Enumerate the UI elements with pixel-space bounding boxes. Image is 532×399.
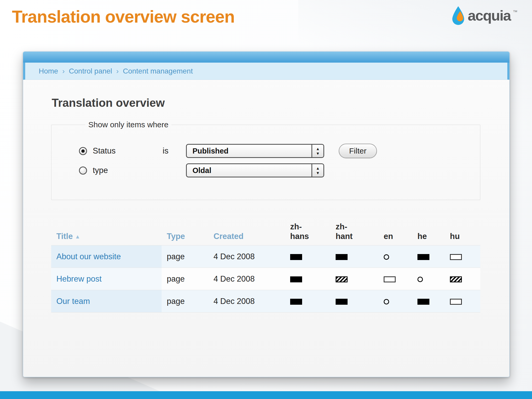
window-titlebar (23, 52, 509, 63)
translation-status-icon (417, 277, 423, 282)
droplet-icon (451, 6, 466, 25)
row-title-cell: Hebrew post (51, 268, 162, 290)
translation-status-cell (330, 290, 378, 312)
translation-status-icon (384, 276, 396, 282)
filter-button[interactable]: Filter (339, 144, 377, 158)
status-radio-wrap: Status (79, 146, 163, 156)
table-row: Hebrew post page 4 Dec 2008 (51, 268, 480, 290)
column-header-created[interactable]: Created (208, 222, 285, 245)
translation-table: Title Type Created zh-hans zh-hant en he… (51, 222, 480, 312)
translation-status-cell (285, 290, 330, 312)
translation-status-icon (290, 254, 302, 260)
table-header-row: Title Type Created zh-hans zh-hant en he… (51, 222, 480, 245)
row-title-cell: Our team (51, 290, 162, 312)
row-type: page (162, 268, 208, 290)
language-header-label: zh-hant (336, 222, 357, 241)
type-radio-label: type (93, 166, 108, 175)
row-title-link[interactable]: Our team (56, 297, 90, 306)
status-radio-label: Status (93, 146, 116, 156)
select-stepper-icon (311, 164, 323, 177)
translation-status-icon (450, 254, 462, 260)
column-header-title-label: Title (56, 232, 73, 241)
arrow-up-icon (316, 147, 320, 151)
slide: Translation overview screen acquia ™ Hom… (0, 0, 532, 399)
translation-status-cell (378, 290, 412, 312)
status-select-value: Published (192, 147, 229, 155)
page-title: Translation overview (23, 80, 509, 109)
row-created: 4 Dec 2008 (208, 290, 285, 312)
translation-status-icon (290, 276, 302, 282)
filter-legend: Show only items where (85, 120, 171, 129)
select-stepper-icon (311, 145, 323, 157)
filter-fieldset: Show only items where Status is Publishe… (51, 120, 480, 200)
column-header-title[interactable]: Title (51, 222, 162, 245)
acquia-logo: acquia ™ (451, 6, 517, 25)
language-column-header-he: he (412, 222, 445, 245)
arrow-up-icon (316, 166, 320, 170)
row-title-cell: About our website (51, 245, 162, 268)
row-created: 4 Dec 2008 (208, 245, 285, 268)
arrow-down-icon (316, 170, 320, 175)
language-column-header-en: en (378, 222, 412, 245)
translation-status-cell (445, 268, 480, 290)
translation-status-cell (412, 245, 445, 268)
row-title-link[interactable]: About our website (56, 252, 121, 261)
translation-status-icon (336, 254, 348, 260)
app-window: Home › Control panel › Content managemen… (23, 51, 510, 377)
status-select[interactable]: Published (186, 144, 324, 158)
translation-status-cell (412, 290, 445, 312)
breadcrumb-link-content-management[interactable]: Content management (123, 67, 193, 75)
row-title-link[interactable]: Hebrew post (56, 274, 102, 283)
row-type: page (162, 290, 208, 312)
table-row: Our team page 4 Dec 2008 (51, 290, 480, 312)
translation-status-icon (336, 299, 348, 305)
row-created: 4 Dec 2008 (208, 268, 285, 290)
translation-status-icon (290, 299, 302, 305)
translation-status-cell (330, 268, 378, 290)
translation-status-icon (417, 299, 429, 305)
type-radio[interactable] (79, 167, 87, 175)
type-select[interactable]: Oldal (186, 163, 324, 177)
type-radio-wrap: type (79, 166, 163, 175)
language-header-label: hu (450, 231, 460, 241)
language-column-header-hu: hu (445, 222, 480, 245)
filter-connector: is (163, 146, 186, 156)
language-column-header-zh-hant: zh-hant (330, 222, 378, 245)
translation-status-icon (336, 276, 348, 282)
bottom-bar (0, 391, 532, 399)
logo-trademark: ™ (513, 9, 517, 15)
row-type: page (162, 245, 208, 268)
translation-status-icon (450, 276, 462, 282)
breadcrumb-link-home[interactable]: Home (39, 67, 58, 75)
table-row: About our website page 4 Dec 2008 (51, 245, 480, 268)
status-radio[interactable] (79, 147, 87, 155)
translation-status-cell (285, 268, 330, 290)
language-header-label: zh-hans (290, 222, 311, 241)
translation-status-cell (445, 245, 480, 268)
translation-status-cell (285, 245, 330, 268)
window-content: Translation overview Show only items whe… (23, 80, 509, 377)
type-select-value: Oldal (192, 166, 211, 175)
translation-status-cell (378, 245, 412, 268)
translation-status-cell (330, 245, 378, 268)
slide-title: Translation overview screen (12, 7, 235, 26)
breadcrumb-link-control-panel[interactable]: Control panel (69, 67, 112, 75)
filter-row-status: Status is Published Filter (79, 144, 480, 158)
translation-status-icon (450, 299, 462, 305)
translation-status-icon (384, 299, 389, 304)
language-header-label: he (417, 231, 427, 241)
logo-text: acquia (468, 6, 511, 25)
translation-status-icon (384, 254, 389, 260)
sort-asc-icon (73, 232, 80, 241)
translation-status-cell (378, 268, 412, 290)
translation-status-cell (445, 290, 480, 312)
language-column-header-zh-hans: zh-hans (285, 222, 330, 245)
translation-status-icon (417, 254, 429, 260)
breadcrumb-separator: › (62, 67, 65, 75)
column-header-type[interactable]: Type (162, 222, 208, 245)
breadcrumb: Home › Control panel › Content managemen… (23, 63, 509, 80)
filter-row-type: type Oldal (79, 163, 480, 177)
translation-status-cell (412, 268, 445, 290)
language-header-label: en (384, 231, 393, 241)
arrow-down-icon (316, 151, 320, 155)
